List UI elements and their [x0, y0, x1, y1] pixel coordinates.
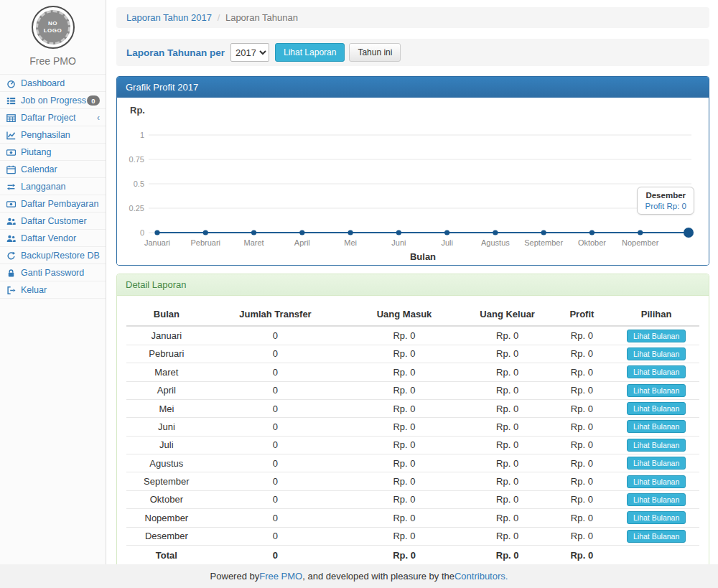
sidebar-menu: DashboardJob on Progress0Daftar Project‹… — [0, 74, 106, 299]
free-pmo-app: NO LOGO Free PMO DashboardJob on Progres… — [0, 0, 718, 588]
lihat-bulanan-button[interactable]: Lihat Bulanan — [627, 330, 686, 342]
lihat-laporan-button[interactable]: Lihat Laporan — [275, 43, 345, 62]
free-pmo-link[interactable]: Free PMO — [259, 571, 302, 582]
data-point-pebruari[interactable] — [203, 230, 208, 235]
data-point-nopember[interactable] — [638, 230, 643, 235]
contributors-link[interactable]: Contributors. — [454, 571, 508, 582]
sidebar-item-label: Daftar Vendor — [21, 233, 76, 243]
cell-profit: Rp. 0 — [551, 363, 614, 381]
data-point-mei[interactable] — [348, 230, 353, 235]
cell-bulan: Januari — [126, 326, 207, 345]
sidebar-item-label: Dashboard — [21, 78, 65, 88]
lihat-bulanan-button[interactable]: Lihat Bulanan — [627, 457, 686, 470]
lihat-bulanan-button[interactable]: Lihat Bulanan — [627, 347, 686, 360]
x-tick-label: Pebruari — [190, 238, 220, 247]
breadcrumb-current: Laporan Tahunan — [225, 12, 298, 23]
cell-pilihan: Lihat Bulanan — [613, 363, 699, 381]
x-tick-label: Agustus — [481, 238, 510, 247]
cell-pilihan: Lihat Bulanan — [613, 418, 699, 436]
lihat-bulanan-button[interactable]: Lihat Bulanan — [627, 365, 686, 378]
detail-report-panel: Detail Laporan BulanJumlah TransferUang … — [116, 274, 709, 574]
refresh-icon — [6, 251, 17, 261]
data-point-desember[interactable] — [684, 228, 694, 238]
sidebar-item-penghasilan[interactable]: Penghasilan — [0, 126, 106, 144]
tooltip-title: Desember — [645, 191, 686, 200]
sidebar-item-job-on-progress[interactable]: Job on Progress0 — [0, 92, 106, 109]
year-select[interactable]: 2017 — [230, 43, 269, 62]
cell-profit: Rp. 0 — [551, 527, 614, 545]
table-row-agustus: Agustus0Rp. 0Rp. 0Rp. 0Lihat Bulanan — [126, 454, 699, 472]
cell-jumlah-transfer: 0 — [207, 454, 345, 472]
brand-name: Free PMO — [0, 55, 106, 67]
sidebar-item-calendar[interactable]: Calendar — [0, 161, 106, 178]
cell-bulan: Nopember — [126, 509, 207, 527]
sign-out-icon — [6, 286, 17, 295]
table-icon — [6, 113, 17, 123]
table-row-oktober: Oktober0Rp. 0Rp. 0Rp. 0Lihat Bulanan — [126, 490, 699, 508]
sidebar-item-piutang[interactable]: Piutang — [0, 144, 106, 161]
cell-uang-masuk: Rp. 0 — [344, 381, 465, 399]
y-tick-label: 0.25 — [129, 204, 144, 213]
x-tick-label: Juni — [391, 238, 406, 247]
sidebar-item-langganan[interactable]: Langganan — [0, 178, 106, 195]
data-point-september[interactable] — [541, 230, 546, 235]
line-chart-icon — [6, 131, 17, 140]
table-row-total: Total0Rp. 0Rp. 0Rp. 0 — [126, 545, 699, 563]
y-tick-label: 0.75 — [129, 155, 144, 164]
cell-pilihan: Lihat Bulanan — [613, 454, 699, 472]
lihat-bulanan-button[interactable]: Lihat Bulanan — [627, 420, 686, 433]
cell-pilihan: Lihat Bulanan — [613, 527, 699, 545]
breadcrumb-link[interactable]: Laporan Tahun 2017 — [126, 12, 212, 23]
y-tick-label: 0.5 — [134, 179, 144, 188]
sidebar-item-daftar-customer[interactable]: Daftar Customer — [0, 213, 106, 230]
cell-jumlah-transfer: 0 — [207, 381, 345, 399]
sidebar-item-dashboard[interactable]: Dashboard — [0, 75, 106, 92]
sidebar-item-ganti-password[interactable]: Ganti Password — [0, 264, 106, 281]
cell-bulan: Oktober — [126, 490, 207, 508]
x-tick-label: Oktober — [578, 238, 606, 247]
cell-pilihan: Lihat Bulanan — [613, 472, 699, 490]
data-point-oktober[interactable] — [589, 230, 595, 235]
sidebar-item-daftar-project[interactable]: Daftar Project‹ — [0, 109, 106, 126]
lihat-bulanan-button[interactable]: Lihat Bulanan — [627, 493, 686, 506]
y-tick-label: 0 — [140, 228, 144, 237]
cell-jumlah-transfer: 0 — [207, 399, 345, 417]
total-cell-profit: Rp. 0 — [551, 545, 614, 563]
data-point-maret[interactable] — [251, 230, 256, 235]
cell-uang-keluar: Rp. 0 — [465, 509, 551, 527]
no-logo-badge: NO LOGO — [32, 6, 75, 49]
cell-profit: Rp. 0 — [551, 490, 614, 508]
sidebar-item-backup-restore-db[interactable]: Backup/Restore DB — [0, 247, 106, 264]
lihat-bulanan-button[interactable]: Lihat Bulanan — [627, 475, 686, 488]
data-point-juni[interactable] — [396, 230, 401, 235]
data-point-januari[interactable] — [154, 230, 159, 235]
lihat-bulanan-button[interactable]: Lihat Bulanan — [627, 511, 686, 524]
cell-uang-keluar: Rp. 0 — [465, 490, 551, 508]
sidebar-item-keluar[interactable]: Keluar — [0, 281, 106, 299]
tahun-ini-button[interactable]: Tahun ini — [349, 43, 401, 62]
cell-bulan: Juli — [126, 436, 207, 454]
cell-bulan: Desember — [126, 527, 207, 545]
y-axis-label: Rp. — [130, 105, 145, 116]
lihat-bulanan-button[interactable]: Lihat Bulanan — [627, 384, 686, 397]
breadcrumb: Laporan Tahun 2017 / Laporan Tahunan — [116, 7, 709, 28]
sidebar-item-daftar-pembayaran[interactable]: Daftar Pembayaran — [0, 195, 106, 213]
calendar-icon — [6, 165, 17, 174]
lihat-bulanan-button[interactable]: Lihat Bulanan — [627, 530, 686, 543]
cell-uang-masuk: Rp. 0 — [344, 436, 465, 454]
cell-jumlah-transfer: 0 — [207, 509, 345, 527]
sidebar: NO LOGO Free PMO DashboardJob on Progres… — [0, 0, 106, 564]
table-row-juni: Juni0Rp. 0Rp. 0Rp. 0Lihat Bulanan — [126, 418, 699, 436]
data-point-agustus[interactable] — [493, 230, 498, 235]
data-point-juli[interactable] — [444, 230, 449, 235]
cell-jumlah-transfer: 0 — [207, 326, 345, 345]
lihat-bulanan-button[interactable]: Lihat Bulanan — [627, 439, 686, 452]
lihat-bulanan-button[interactable]: Lihat Bulanan — [627, 402, 686, 415]
cell-uang-keluar: Rp. 0 — [465, 381, 551, 399]
cell-uang-keluar: Rp. 0 — [465, 326, 551, 345]
data-point-april[interactable] — [299, 230, 304, 235]
sidebar-item-daftar-vendor[interactable]: Daftar Vendor — [0, 230, 106, 247]
cell-profit: Rp. 0 — [551, 436, 614, 454]
footer: Powered by Free PMO , and developed with… — [0, 564, 718, 588]
cell-jumlah-transfer: 0 — [207, 490, 345, 508]
